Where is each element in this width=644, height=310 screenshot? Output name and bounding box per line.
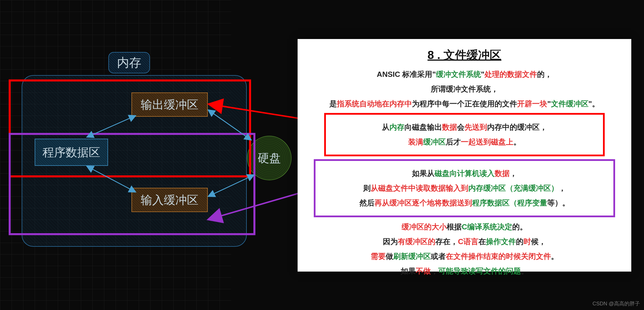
text: 如果 [401,267,416,275]
text: 的， [537,70,552,79]
text: 有缓冲区的 [398,237,435,246]
text: 再从缓冲区逐个地将数据送到 [374,198,472,207]
text: 在 [478,237,486,246]
panel-line-2: 所谓缓冲文件系统， [305,83,624,95]
text: 数据 [495,169,510,178]
text: 开辟一块 [517,99,547,108]
purple-box-line-1: 如果从磁盘向计算机读入数据， [317,168,612,179]
text: 是 [329,99,337,108]
text: 。 [513,138,521,146]
text: 如果从 [412,169,435,178]
text: 会 [457,123,465,131]
text: ， [431,267,438,275]
text: 内存缓冲区（充满缓冲区） [468,184,558,192]
text: 做 [386,252,393,261]
watermark: CSDN @高高的胖子 [593,300,640,307]
text: 缓冲区的大小 [402,222,447,231]
text: 操作文件 [486,237,516,246]
text: C语言 [458,237,478,246]
output-description-box: 从内存向磁盘输出数据会先送到内存中的缓冲区， 装满缓冲区后才一起送到磁盘上。 [324,113,605,156]
text: C编译系统决定 [462,222,512,231]
input-description-box: 如果从磁盘向计算机读入数据， 则从磁盘文件中读取数据输入到内存缓冲区（充满缓冲区… [314,159,615,217]
text: 的。 [512,222,527,231]
text: 则 [363,184,371,192]
text: 然后 [359,198,374,207]
text: 从 [382,123,389,131]
text: 不做 [416,267,431,275]
text: 候， [531,237,546,246]
text: 在文件操作结束的时候关闭文件 [446,252,551,261]
panel-line-7: 如果不做，可能导致读写文件的问题。 [305,266,624,277]
text: 程序数据区（程序变量 [472,198,547,207]
text: 先送到 [465,123,487,131]
text: 装满 [408,138,423,146]
text: 后才 [446,138,461,146]
highlight-input-path [9,133,255,235]
text: 文件缓冲区 [551,99,589,108]
text: 的 [516,237,524,246]
text: 刷新缓冲区 [393,252,431,261]
text: 时 [524,237,531,246]
text: 指系统自动地在内存中 [337,99,412,108]
text: 存在， [435,237,458,246]
text: ， [510,169,517,178]
text: 。 [551,252,558,261]
text: 或者 [431,252,446,261]
text: 一起送到磁盘上 [461,138,513,146]
panel-line-5: 因为有缓冲区的存在，C语言在操作文件的时候， [305,236,624,247]
panel-line-1: ANSIC 标准采用"缓冲文件系统"处理的数据文件的， [305,69,624,80]
text: 可能导致读写文件的问题 [438,267,521,275]
text: ANSIC 标准采用" [377,70,436,79]
text: 根据 [447,222,462,231]
text: 处理的数据文件 [485,70,537,79]
text: 为程序中每一个正在使用的文件 [412,99,517,108]
text: 内存 [389,123,404,131]
explanation-panel: 8 . 文件缓冲区 ANSIC 标准采用"缓冲文件系统"处理的数据文件的， 所谓… [298,39,631,272]
purple-box-line-2: 则从磁盘文件中读取数据输入到内存缓冲区（充满缓冲区）， [317,183,612,194]
text: 缓冲文件系统 [436,70,481,79]
text: 需要 [371,252,386,261]
memory-label: 内存 [108,52,150,73]
text: ， [558,184,566,192]
text: 。 [521,267,528,275]
panel-title: 8 . 文件缓冲区 [305,47,624,63]
text: 向磁盘输出 [404,123,442,131]
text: "。 [589,99,600,108]
text: 数据 [442,123,457,131]
text: " [547,99,551,108]
panel-line-4: 缓冲区的大小根据C编译系统决定的。 [305,221,624,233]
text: 缓冲区 [423,138,446,146]
text: 等）。 [547,198,570,207]
panel-line-6: 需要做刷新缓冲区或者在文件操作结束的时候关闭文件。 [305,251,624,262]
text: " [481,70,485,79]
red-box-line-2: 装满缓冲区后才一起送到磁盘上。 [328,136,601,148]
text: 内存中的缓冲区， [487,123,547,131]
purple-box-line-3: 然后再从缓冲区逐个地将数据送到程序数据区（程序变量等）。 [317,197,612,209]
red-box-line-1: 从内存向磁盘输出数据会先送到内存中的缓冲区， [328,122,601,133]
text: 从磁盘文件中读取数据输入到 [371,184,468,192]
text: 磁盘向计算机读入 [435,169,495,178]
panel-line-3: 是指系统自动地在内存中为程序中每一个正在使用的文件开辟一块"文件缓冲区"。 [305,98,624,109]
text: 因为 [383,237,398,246]
